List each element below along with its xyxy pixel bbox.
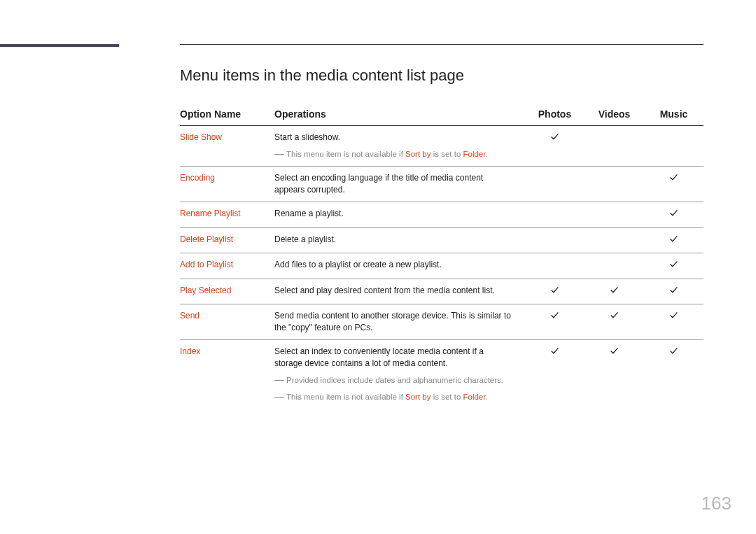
- operations-cell: Select an encoding language if the title…: [274, 167, 525, 202]
- check-icon: [669, 209, 678, 220]
- note-text: ―Provided indices include dates and alph…: [274, 373, 511, 387]
- table-row: Play SelectedSelect and play desired con…: [180, 279, 704, 304]
- check-icon: [610, 286, 619, 297]
- table-header-row: Option Name Operations Photos Videos Mus…: [180, 104, 704, 126]
- table-row: Delete PlaylistDelete a playlist.: [180, 227, 704, 253]
- check-icon: [550, 346, 559, 358]
- check-icon: [669, 346, 678, 358]
- header-videos: Videos: [584, 104, 644, 126]
- music-cell: [644, 304, 704, 340]
- page-content: Menu items in the media content list pag…: [180, 66, 704, 409]
- table-row: Add to PlaylistAdd files to a playlist o…: [180, 253, 704, 279]
- note-prefix: Provided indices include dates and alpha…: [286, 376, 503, 384]
- check-icon: [610, 311, 619, 322]
- option-name-cell: Rename Playlist: [180, 202, 274, 227]
- note-prefix: This menu item is not available if: [286, 150, 405, 158]
- page-title: Menu items in the media content list pag…: [180, 66, 704, 85]
- operations-description: Delete a playlist.: [274, 234, 511, 246]
- operations-description: Start a slideshow.: [274, 132, 511, 143]
- videos-cell: [584, 279, 644, 304]
- note-suffix: .: [485, 393, 487, 401]
- videos-cell: [584, 253, 644, 279]
- page-number: 163: [701, 493, 732, 514]
- table-row: IndexSelect an index to conveniently loc…: [180, 339, 704, 409]
- videos-cell: [584, 304, 644, 340]
- header-operations: Operations: [274, 104, 525, 126]
- note-dash-icon: ―: [274, 148, 284, 159]
- option-name-cell: Slide Show: [180, 126, 274, 167]
- note-highlight: Folder: [463, 393, 486, 401]
- operations-description: Rename a playlist.: [274, 208, 511, 220]
- decorative-accent-bar: [0, 44, 119, 47]
- table-row: Rename PlaylistRename a playlist.: [180, 202, 704, 227]
- operations-cell: Send media content to another storage de…: [274, 304, 525, 340]
- menu-items-table: Option Name Operations Photos Videos Mus…: [180, 104, 704, 409]
- operations-description: Select an encoding language if the title…: [274, 172, 511, 196]
- note-highlight: Sort by: [405, 150, 430, 158]
- operations-cell: Select an index to conveniently locate m…: [274, 339, 525, 409]
- videos-cell: [584, 126, 644, 167]
- note-highlight: Folder: [463, 150, 486, 158]
- operations-description: Select an index to conveniently locate m…: [274, 346, 511, 370]
- check-icon: [669, 311, 678, 322]
- photos-cell: [525, 253, 584, 279]
- check-icon: [610, 346, 619, 358]
- music-cell: [644, 339, 704, 409]
- note-text: ―This menu item is not available if Sort…: [274, 147, 511, 161]
- photos-cell: [525, 126, 584, 167]
- music-cell: [644, 202, 704, 227]
- option-name-cell: Delete Playlist: [180, 227, 274, 253]
- table-row: EncodingSelect an encoding language if t…: [180, 167, 704, 202]
- videos-cell: [584, 339, 644, 409]
- music-cell: [644, 126, 704, 167]
- check-icon: [669, 234, 678, 246]
- operations-cell: Add files to a playlist or create a new …: [274, 253, 525, 279]
- videos-cell: [584, 167, 644, 202]
- note-mid: is set to: [430, 393, 463, 401]
- operations-cell: Delete a playlist.: [274, 227, 525, 253]
- operations-description: Add files to a playlist or create a new …: [274, 259, 511, 271]
- photos-cell: [525, 227, 584, 253]
- check-icon: [550, 311, 559, 322]
- note-text: ―This menu item is not available if Sort…: [274, 390, 511, 404]
- music-cell: [644, 279, 704, 304]
- operations-cell: Rename a playlist.: [274, 202, 525, 227]
- check-icon: [550, 286, 559, 297]
- check-icon: [669, 173, 678, 184]
- top-horizontal-rule: [180, 44, 704, 45]
- check-icon: [669, 286, 678, 297]
- operations-cell: Start a slideshow.―This menu item is not…: [274, 126, 525, 167]
- note-dash-icon: ―: [274, 374, 284, 385]
- videos-cell: [584, 227, 644, 253]
- note-dash-icon: ―: [274, 391, 284, 402]
- note-highlight: Sort by: [405, 393, 430, 401]
- option-name-cell: Encoding: [180, 167, 274, 202]
- header-option-name: Option Name: [180, 104, 274, 126]
- photos-cell: [525, 167, 584, 202]
- note-suffix: .: [485, 150, 487, 158]
- photos-cell: [525, 339, 584, 409]
- header-music: Music: [644, 104, 704, 126]
- photos-cell: [525, 279, 584, 304]
- option-name-cell: Send: [180, 304, 274, 340]
- music-cell: [644, 253, 704, 279]
- header-photos: Photos: [525, 104, 584, 126]
- note-prefix: This menu item is not available if: [286, 393, 405, 401]
- option-name-cell: Play Selected: [180, 279, 274, 304]
- music-cell: [644, 167, 704, 202]
- operations-cell: Select and play desired content from the…: [274, 279, 525, 304]
- operations-description: Send media content to another storage de…: [274, 310, 511, 334]
- music-cell: [644, 227, 704, 253]
- table-row: SendSend media content to another storag…: [180, 304, 704, 340]
- videos-cell: [584, 202, 644, 227]
- note-mid: is set to: [430, 150, 463, 158]
- operations-description: Select and play desired content from the…: [274, 285, 511, 297]
- option-name-cell: Add to Playlist: [180, 253, 274, 279]
- option-name-cell: Index: [180, 339, 274, 409]
- photos-cell: [525, 202, 584, 227]
- table-row: Slide ShowStart a slideshow.―This menu i…: [180, 126, 704, 167]
- check-icon: [550, 132, 559, 143]
- check-icon: [669, 260, 678, 271]
- photos-cell: [525, 304, 584, 340]
